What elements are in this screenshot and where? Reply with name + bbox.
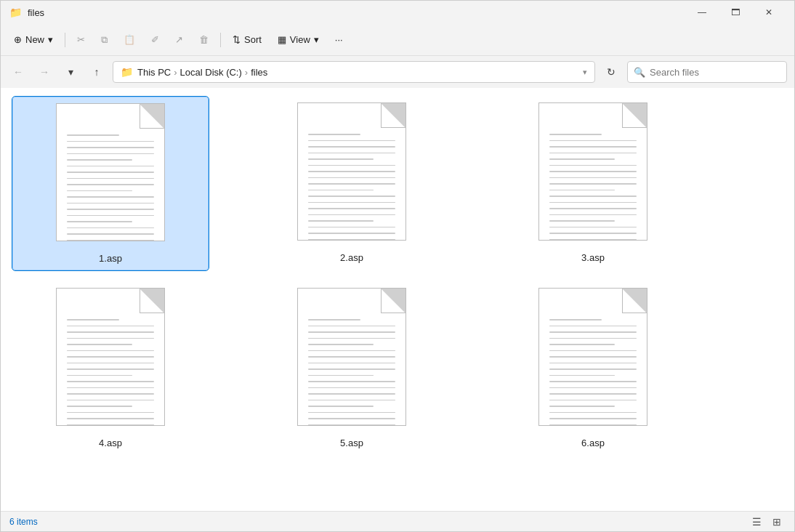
maximize-button[interactable]: 🗖 (719, 1, 752, 24)
doc-line (308, 134, 360, 135)
close-button[interactable]: ✕ (752, 1, 786, 24)
doc-line (308, 208, 395, 209)
cut-icon: ✂ (77, 34, 85, 45)
doc-line (308, 202, 395, 203)
file-label: 4.asp (99, 438, 122, 448)
address-bar: ← → ▾ ↑ 📁 This PC › Local Disk (C:) › fi… (1, 56, 794, 88)
doc-line (67, 356, 154, 358)
doc-line (308, 165, 395, 166)
share-button[interactable]: ↗ (168, 28, 190, 52)
doc-line (67, 338, 154, 339)
doc-lines (308, 319, 395, 425)
doc-line (67, 153, 154, 155)
sep-1: › (174, 67, 177, 78)
rename-button[interactable]: ✐ (144, 28, 166, 52)
new-label: New (25, 34, 44, 45)
title-bar: 📁 files — 🗖 ✕ (1, 1, 794, 24)
file-item-2[interactable]: 2.asp (254, 97, 450, 270)
minimize-button[interactable]: — (685, 1, 719, 24)
file-icon-wrapper (294, 288, 410, 433)
doc-line (308, 319, 360, 321)
sort-icon: ⇅ (233, 34, 241, 45)
file-item-4[interactable]: 4.asp (12, 282, 209, 454)
doc-line (549, 233, 637, 234)
doc-line (67, 196, 154, 198)
doc-line (67, 319, 119, 321)
breadcrumb-files[interactable]: files (251, 67, 267, 78)
doc-line (67, 221, 132, 222)
file-grid: 1.asp 2.asp 3.asp (12, 97, 725, 454)
address-input[interactable]: 📁 This PC › Local Disk (C:) › files ▾ (113, 61, 595, 83)
delete-icon: 🗑 (199, 34, 209, 45)
doc-lines (308, 134, 395, 240)
toolbar-separator-1 (65, 33, 65, 47)
doc-line (549, 381, 637, 382)
toolbar: ⊕ New ▾ ✂ ⧉ 📋 ✐ ↗ 🗑 ⇅ Sort ▦ View ▾ ··· (1, 24, 794, 56)
address-dropdown-icon[interactable]: ▾ (583, 68, 587, 77)
doc-icon (56, 288, 165, 426)
doc-line (549, 338, 637, 339)
doc-line (549, 363, 637, 364)
file-item-3[interactable]: 3.asp (495, 97, 691, 270)
forward-button[interactable]: → (34, 62, 55, 82)
sort-button[interactable]: ⇅ Sort (225, 28, 269, 52)
doc-line (549, 331, 637, 333)
breadcrumb-localdisk[interactable]: Local Disk (C:) (180, 67, 242, 78)
doc-line (308, 326, 395, 327)
doc-icon (538, 102, 647, 241)
copy-button[interactable]: ⧉ (94, 28, 115, 52)
doc-line (549, 153, 637, 154)
grid-view-button[interactable]: ⊞ (768, 513, 786, 531)
doc-line (549, 171, 637, 172)
doc-line (308, 368, 395, 370)
search-input[interactable] (650, 67, 780, 78)
delete-button[interactable]: 🗑 (192, 28, 216, 52)
doc-icon (538, 288, 647, 426)
file-item-1[interactable]: 1.asp (12, 97, 209, 270)
doc-line (67, 387, 154, 389)
file-item-6[interactable]: 6.asp (495, 282, 691, 454)
doc-line (308, 331, 395, 333)
doc-line (549, 387, 637, 389)
doc-line (67, 406, 132, 407)
file-item-5[interactable]: 5.asp (254, 282, 450, 454)
toolbar-separator-2 (220, 33, 221, 47)
doc-line (549, 220, 615, 222)
list-view-button[interactable]: ☰ (748, 513, 765, 531)
doc-line (67, 326, 154, 327)
recent-button[interactable]: ▾ (60, 62, 81, 82)
file-label: 5.asp (340, 438, 363, 448)
doc-line (549, 393, 637, 395)
file-icon-wrapper (52, 288, 169, 433)
breadcrumb-thispc[interactable]: This PC (137, 67, 171, 78)
more-icon: ··· (335, 34, 343, 45)
doc-line (67, 134, 119, 136)
file-icon-wrapper (294, 102, 410, 248)
doc-line (308, 381, 395, 382)
doc-line (308, 171, 395, 172)
view-dropdown-icon: ▾ (314, 34, 319, 45)
doc-line (67, 363, 154, 364)
doc-line (549, 326, 637, 327)
up-button[interactable]: ↑ (86, 62, 107, 82)
back-button[interactable]: ← (8, 62, 28, 82)
refresh-button[interactable]: ↻ (601, 62, 621, 82)
doc-lines (549, 319, 637, 425)
new-button[interactable]: ⊕ New ▾ (7, 28, 60, 52)
doc-line (308, 363, 395, 364)
doc-line (308, 214, 395, 216)
file-icon-wrapper (535, 288, 651, 433)
doc-line (549, 208, 637, 209)
more-button[interactable]: ··· (328, 28, 350, 52)
paste-button[interactable]: 📋 (116, 28, 142, 52)
doc-line (549, 400, 637, 401)
view-button[interactable]: ▦ View ▾ (270, 28, 326, 52)
cut-button[interactable]: ✂ (70, 28, 92, 52)
file-label: 1.asp (99, 253, 122, 264)
view-label: View (290, 34, 310, 45)
doc-line (549, 350, 637, 352)
file-label: 6.asp (581, 438, 605, 448)
doc-line (549, 165, 637, 166)
search-box[interactable]: 🔍 (627, 61, 787, 83)
doc-line (549, 344, 615, 345)
